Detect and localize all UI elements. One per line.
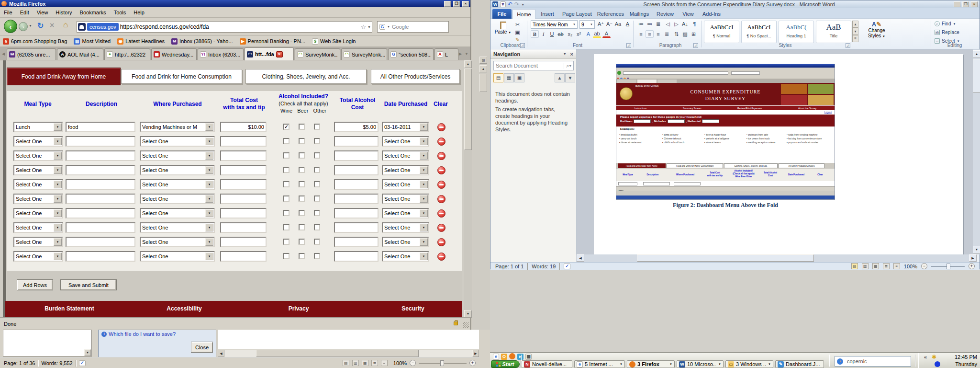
where-purchased-select[interactable]: Select One▼ [140,222,215,233]
shading-icon[interactable]: ▨ [681,30,689,38]
date-purchased-select[interactable]: Select One▼ [382,222,429,233]
url-text[interactable]: https://respond.census.gov/ced/fda [120,23,209,30]
date-purchased-select[interactable]: Select One▼ [382,194,429,204]
total-alcohol-cost-input[interactable] [334,136,379,147]
bookmark-star-icon[interactable]: ☆ [360,23,366,31]
dropdown-arrow-icon[interactable]: ▼ [420,253,428,260]
wine-checkbox[interactable] [283,224,290,230]
clipboard-dialog-launcher[interactable]: ◿ [520,43,525,48]
tab-scroll-left-icon[interactable]: ◀ [0,50,6,58]
description-input[interactable] [66,165,135,175]
borders-icon[interactable]: ⊞ [690,30,698,38]
beer-checkbox[interactable] [299,124,305,130]
browse-results-tab[interactable]: ▣ [514,73,524,82]
menu-item-history[interactable]: History [52,8,76,17]
horizontal-scrollbar[interactable]: ◀ ▶ [577,254,977,262]
numbering-icon[interactable]: ≕ [646,20,654,28]
browser-tab[interactable]: AL [434,48,458,60]
scrollbar-thumb[interactable] [479,74,487,92]
bookmark-item[interactable]: ◉Latest Headlines [117,38,165,45]
start-button[interactable]: Start [491,360,520,368]
search-document-input[interactable]: ⌕▾ [493,61,574,70]
total-cost-input[interactable]: $10.00 [220,122,267,132]
total-cost-input[interactable] [220,208,267,218]
dropdown-arrow-icon[interactable]: ▼ [205,123,213,131]
horizontal-scrollbar[interactable]: ◀ ▶ [218,350,479,357]
description-input[interactable] [66,237,135,247]
dropdown-arrow-icon[interactable]: ▼ [205,238,213,246]
browser-tab[interactable]: AAOL Mail (4... [57,48,103,60]
back-button[interactable]: ‹ [4,20,17,33]
scrollbar-thumb[interactable] [637,254,814,262]
minimize-button[interactable]: _ [444,1,451,7]
where-purchased-select[interactable]: Select One▼ [140,136,215,147]
dropdown-arrow-icon[interactable]: ▼ [54,224,62,231]
scroll-up-icon[interactable]: ▲ [479,65,487,72]
menu-item-help[interactable]: Help [130,8,148,17]
description-input[interactable] [66,136,135,147]
align-center-icon[interactable]: ≡ [646,30,654,38]
clear-row-icon[interactable] [437,224,445,232]
total-alcohol-cost-input[interactable] [334,251,379,262]
redo-icon[interactable]: ↷ [514,1,519,8]
vertical-scrollbar[interactable]: ▲ ▼ [464,60,472,318]
clock-time[interactable]: 12:45 PM [955,354,977,360]
dropdown-arrow-icon[interactable]: ▼ [54,152,62,160]
dropdown-arrow-icon[interactable]: ▼ [205,209,213,217]
beer-checkbox[interactable] [299,167,305,173]
wine-checkbox[interactable] [283,152,290,159]
save-and-submit-button[interactable]: Save and Submit [60,279,117,290]
browse-pages-tab[interactable]: ▦ [504,73,514,82]
paragraph-dialog-launcher[interactable]: ◿ [693,43,698,48]
where-purchased-select[interactable]: Select One▼ [140,237,215,247]
total-cost-input[interactable] [220,237,267,247]
resize-grip[interactable] [463,322,469,328]
zoom-out-icon[interactable]: − [921,263,927,269]
ribbon-tab-page-layout[interactable]: Page Layout [559,9,595,19]
wine-checkbox[interactable]: ✓ [283,124,290,130]
add-rows-button[interactable]: Add Rows [17,279,53,290]
search-bar[interactable]: G ▼ Google [377,21,449,33]
wine-checkbox[interactable] [283,181,290,187]
beer-checkbox[interactable] [299,181,305,187]
scroll-left-icon[interactable]: ◀ [577,254,584,262]
style-card[interactable]: AaBbCcI¶ No Spaci... [741,21,777,43]
search-magnifier-icon[interactable]: ⌕▾ [564,63,573,69]
other-checkbox[interactable] [314,124,320,130]
figure-nav-link[interactable]: About the Survey [798,107,816,110]
total-alcohol-cost-input[interactable] [334,237,379,247]
ribbon-tab-home[interactable]: Home [512,9,535,19]
total-alcohol-cost-input[interactable] [334,208,379,218]
scroll-up-icon[interactable]: ▲ [464,60,472,68]
style-card[interactable]: AaBbC(Heading 1 [779,21,814,43]
description-input[interactable] [66,179,135,190]
dropdown-arrow-icon[interactable]: ▼ [205,253,213,260]
ssl-lock-icon[interactable] [454,322,458,325]
total-alcohol-cost-input[interactable] [334,194,379,204]
multilevel-list-icon[interactable]: ≣ [654,20,662,28]
meal-type-select[interactable]: Select One▼ [13,237,63,247]
clear-row-icon[interactable] [437,123,445,131]
description-input[interactable] [66,122,135,132]
clear-row-icon[interactable] [437,181,445,189]
date-purchased-select[interactable]: Select One▼ [382,150,429,161]
dropdown-arrow-icon[interactable]: ▼ [420,224,428,231]
scroll-left-icon[interactable]: ◀ [218,350,224,357]
meal-type-select[interactable]: Select One▼ [13,165,63,175]
clear-row-icon[interactable] [437,138,445,146]
browse-headings-tab[interactable]: ▤ [493,73,503,82]
grow-font-icon[interactable]: A⁺ [597,20,605,28]
browser-tab[interactable]: ◠SurveyMonk... [295,48,340,60]
total-cost-input[interactable] [220,251,267,262]
footer-link[interactable]: Security [365,305,461,312]
tab-close-icon[interactable]: × [276,51,283,58]
browser-tab[interactable]: ✉(62035 unre... [7,48,56,60]
other-checkbox[interactable] [314,196,320,202]
dropdown-arrow-icon[interactable]: ▼ [420,152,428,160]
dropdown-arrow-icon[interactable]: ▼ [420,138,428,145]
cut-icon[interactable]: ✂ [513,21,522,28]
wine-checkbox[interactable] [283,210,290,216]
taskbar-button[interactable]: e5 Internet ...▼ [574,360,625,368]
total-cost-input[interactable] [220,194,267,204]
close-button[interactable]: × [971,1,978,7]
